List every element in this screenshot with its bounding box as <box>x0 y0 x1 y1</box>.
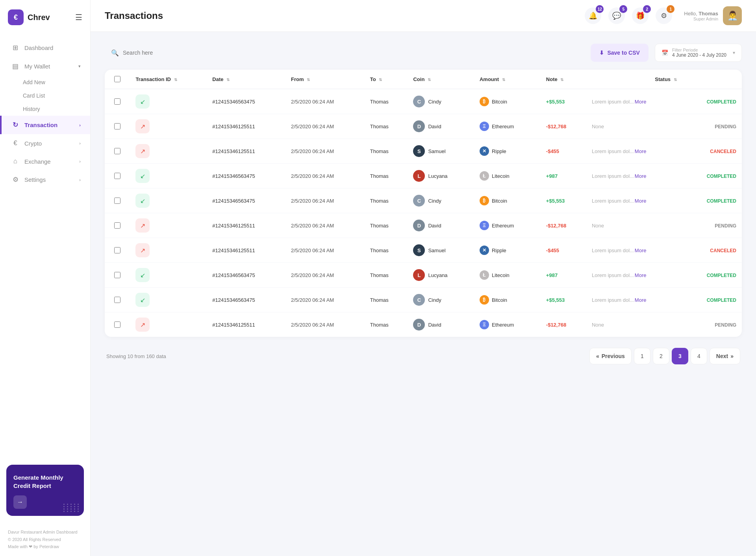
more-link[interactable]: More <box>635 297 647 303</box>
status-badge: COMPLETED <box>707 271 736 280</box>
row-checkbox[interactable] <box>114 173 120 179</box>
td-note: None <box>586 312 682 337</box>
sidebar-item-label: Transaction <box>24 122 57 128</box>
row-checkbox[interactable] <box>114 222 120 229</box>
gift-icon-wrap[interactable]: 🎁 2 <box>632 7 649 24</box>
td-status: COMPLETED <box>682 263 742 288</box>
to-name: Cindy <box>428 99 441 105</box>
transaction-rows: ↙ #12415346563475 2/5/2020 06:24 AM Thom… <box>105 89 742 337</box>
chevron-right-icon: › <box>79 177 81 182</box>
th-transaction-id[interactable]: Transaction ID ⇅ <box>130 70 207 89</box>
page-2-button[interactable]: 2 <box>653 348 669 364</box>
page-4-button[interactable]: 4 <box>691 348 707 364</box>
coin-icon: Ł <box>480 171 489 181</box>
td-date: 2/5/2020 06:24 AM <box>285 263 365 288</box>
hamburger-icon[interactable]: ☰ <box>75 13 82 22</box>
th-to[interactable]: To ⇅ <box>365 70 408 89</box>
notification-bell[interactable]: 🔔 12 <box>585 7 601 24</box>
th-amount[interactable]: Amount ⇅ <box>474 70 541 89</box>
row-checkbox[interactable] <box>114 198 120 204</box>
user-info: Hello, Thomas Super Admin <box>684 11 718 21</box>
table-row: ↙ #12415346563475 2/5/2020 06:24 AM Thom… <box>105 164 742 188</box>
td-icon: ↙ <box>130 263 207 288</box>
th-date[interactable]: Date ⇅ <box>207 70 285 89</box>
amount-value: +987 <box>546 272 558 278</box>
to-avatar: D <box>413 120 425 132</box>
save-csv-label: Save to CSV <box>607 50 639 56</box>
sidebar-item-transaction[interactable]: ↻ Transaction › <box>0 116 90 134</box>
sidebar-item-label: Exchange <box>24 158 51 165</box>
search-input[interactable] <box>123 50 248 56</box>
row-checkbox[interactable] <box>114 321 120 328</box>
td-amount: +$5,553 <box>541 288 586 312</box>
filter-periode[interactable]: 📅 Filter Periode 4 June 2020 - 4 July 20… <box>655 44 742 62</box>
row-checkbox[interactable] <box>114 123 120 129</box>
to-avatar: C <box>413 195 425 207</box>
sidebar-footer: Davur Restaurant Admin Dashboard © 2020 … <box>0 523 90 556</box>
td-from: Thomas <box>365 114 408 139</box>
search-wrap[interactable]: 🔍 <box>105 44 254 62</box>
chat-icon-wrap[interactable]: 💬 5 <box>608 7 625 24</box>
sidebar-item-settings[interactable]: ⚙ Settings › <box>0 170 90 189</box>
sidebar-subitem-add-new[interactable]: Add New <box>0 76 90 89</box>
sidebar-item-dashboard[interactable]: ⊞ Dashboard <box>0 39 90 57</box>
more-link[interactable]: More <box>635 272 647 278</box>
sidebar-subitem-card-list[interactable]: Card List <box>0 89 90 102</box>
td-icon: ↙ <box>130 164 207 188</box>
td-icon: ↙ <box>130 89 207 114</box>
calendar-icon: 📅 <box>662 50 668 56</box>
next-button[interactable]: Next » <box>710 348 740 364</box>
exchange-icon: ⌂ <box>11 157 20 165</box>
td-from: Thomas <box>365 188 408 213</box>
coin-icon: ✕ <box>480 146 489 156</box>
row-checkbox[interactable] <box>114 247 120 253</box>
sidebar-subitem-history[interactable]: History <box>0 102 90 116</box>
td-date: 2/5/2020 06:24 AM <box>285 188 365 213</box>
th-coin[interactable]: Coin ⇅ <box>408 70 474 89</box>
td-to: D David <box>408 114 474 139</box>
more-link[interactable]: More <box>635 99 647 105</box>
sidebar-logo: € Chrev ☰ <box>0 0 90 35</box>
more-link[interactable]: More <box>635 148 647 154</box>
sidebar-item-crypto[interactable]: € Crypto › <box>0 134 90 152</box>
th-status[interactable]: Status ⇅ <box>586 70 682 89</box>
logo-name: Chrev <box>28 13 50 22</box>
credit-report-title: Generate Monthly Credit Report <box>13 473 77 490</box>
previous-button[interactable]: « Previous <box>589 348 632 364</box>
page-3-button[interactable]: 3 <box>672 348 688 364</box>
to-name: David <box>428 124 441 129</box>
header: Transactions 🔔 12 💬 5 🎁 2 ⚙ 1 H <box>91 0 756 32</box>
pagination-controls: « Previous 1 2 3 4 Next » <box>589 348 740 364</box>
td-amount: +987 <box>541 164 586 188</box>
sidebar-item-label: Crypto <box>24 140 42 147</box>
more-link[interactable]: More <box>635 198 647 204</box>
settings-icon-wrap[interactable]: ⚙ 1 <box>656 7 672 24</box>
sidebar-item-my-wallet[interactable]: ▤ My Wallet ▾ <box>0 57 90 76</box>
td-checkbox <box>105 238 130 263</box>
row-checkbox[interactable] <box>114 272 120 278</box>
td-to: C Cindy <box>408 89 474 114</box>
row-checkbox[interactable] <box>114 148 120 154</box>
more-link[interactable]: More <box>635 173 647 179</box>
avatar: 👨‍💼 <box>723 6 742 25</box>
credit-report-button[interactable]: → <box>13 495 27 509</box>
more-link[interactable]: More <box>635 248 647 253</box>
coin-name: Litecoin <box>492 272 510 278</box>
select-all-checkbox[interactable] <box>114 76 120 82</box>
page-1-button[interactable]: 1 <box>634 348 650 364</box>
th-note[interactable]: Note ⇅ <box>541 70 586 89</box>
row-checkbox[interactable] <box>114 98 120 105</box>
transactions-table: Transaction ID ⇅ Date ⇅ From ⇅ To ⇅ Coin… <box>105 70 742 337</box>
sidebar-item-exchange[interactable]: ⌂ Exchange › <box>0 152 90 170</box>
td-amount: +987 <box>541 263 586 288</box>
save-csv-button[interactable]: ⬇ Save to CSV <box>591 44 648 62</box>
td-coin: ✕ Ripple <box>474 139 541 164</box>
th-from[interactable]: From ⇅ <box>285 70 365 89</box>
th-checkbox <box>105 70 130 89</box>
td-date: 2/5/2020 06:24 AM <box>285 312 365 337</box>
row-checkbox[interactable] <box>114 297 120 303</box>
td-status: CANCELED <box>682 139 742 164</box>
chevron-right-icon: › <box>79 123 81 127</box>
status-badge: COMPLETED <box>707 172 736 181</box>
coin-icon: ₿ <box>480 295 489 305</box>
